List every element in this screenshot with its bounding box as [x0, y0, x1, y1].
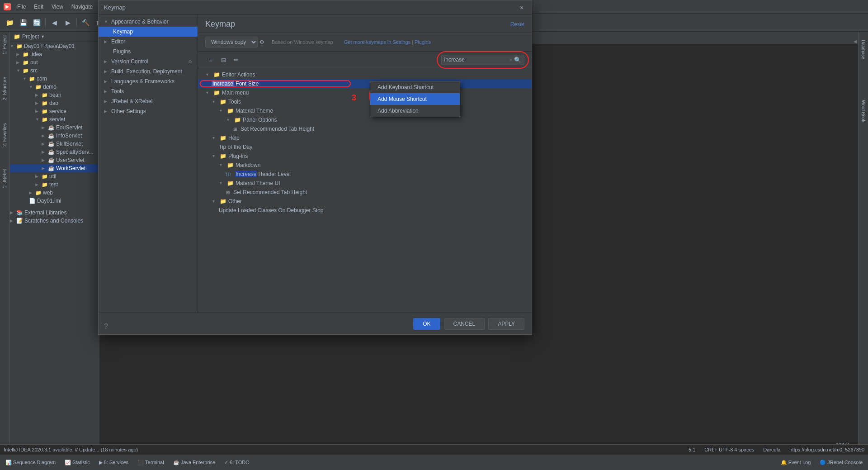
- kt-tip-of-day[interactable]: Tip of the Day: [198, 142, 532, 152]
- wordbook-side-icon[interactable]: Word Book: [860, 98, 867, 124]
- project-side-icon[interactable]: 1: Project: [1, 33, 8, 56]
- kt-help[interactable]: ▼ 📁 Help: [198, 133, 532, 142]
- tree-test[interactable]: ▶ 📁 test: [10, 180, 109, 189]
- menu-file[interactable]: File: [14, 3, 29, 11]
- toolbar-back-btn[interactable]: ◀: [48, 17, 60, 28]
- kt-panel-options[interactable]: ▼ 📁 Panel Options: [198, 115, 532, 124]
- nav-other-settings[interactable]: ▶ Other Settings: [99, 106, 198, 116]
- tree-bean[interactable]: ▶ 📁 bean: [10, 91, 109, 99]
- menu-edit[interactable]: Edit: [30, 3, 47, 11]
- jrebel-side-icon[interactable]: 1: JRebel: [1, 167, 8, 190]
- project-dropdown[interactable]: ▼: [41, 34, 45, 39]
- tree-day01iml[interactable]: ▶ 📄 Day01.iml: [10, 197, 109, 205]
- folder-icon-idea: 📁: [23, 52, 29, 57]
- tree-workservlet[interactable]: ▶ ☕ WorkServlet: [10, 164, 109, 172]
- menu-navigate[interactable]: Navigate: [68, 3, 96, 11]
- ctx-add-mouse[interactable]: Add Mouse Shortcut: [370, 93, 460, 105]
- menu-view[interactable]: View: [48, 3, 67, 11]
- kt-set-tab-height-2[interactable]: ⊞ Set Recommended Tab Height: [198, 188, 532, 197]
- expand-all-btn[interactable]: ≡: [205, 54, 216, 65]
- tree-com[interactable]: ▼ 📁 com: [10, 75, 109, 83]
- nav-keymap[interactable]: Keymap: [99, 27, 198, 37]
- tree-infoservlet[interactable]: ▶ ☕ InfoServlet: [10, 132, 109, 140]
- status-java-enterprise[interactable]: ☕ Java Enterprise: [171, 459, 217, 466]
- ctx-add-keyboard[interactable]: Add Keyboard Shortcut: [370, 81, 460, 93]
- kt-set-tab-height-1[interactable]: ⊞ Set Recommended Tab Height: [198, 124, 532, 133]
- search-submit-btn[interactable]: 🔍: [514, 57, 521, 63]
- status-sequence-diagram[interactable]: 📊 Sequence Diagram: [4, 459, 57, 466]
- tree-scratches[interactable]: ▶ 📝 Scratches and Consoles: [10, 217, 109, 225]
- status-services[interactable]: ▶ 8: Services: [97, 459, 130, 466]
- tree-arrow-src: ▼: [16, 68, 23, 73]
- status-event-log[interactable]: 🔔 Event Log: [779, 459, 813, 466]
- kt-material-theme[interactable]: ▼ 📁 Material Theme: [198, 106, 532, 115]
- toolbar-build-btn[interactable]: 🔨: [80, 17, 91, 28]
- vc-settings-icon[interactable]: ⚙: [188, 59, 192, 64]
- tree-userservlet[interactable]: ▶ ☕ UserServlet: [10, 156, 109, 164]
- tree-external-libraries[interactable]: ▶ 📚 External Libraries: [10, 209, 109, 217]
- tree-skillservlet[interactable]: ▶ ☕ SkillServlet: [10, 140, 109, 148]
- status-jrebel-console[interactable]: 🔵 JRebel Console: [818, 459, 864, 466]
- toolbar-refresh-btn[interactable]: 🔄: [31, 17, 42, 28]
- nav-editor[interactable]: ▶ Editor: [99, 37, 198, 47]
- services-label: 8: Services: [104, 460, 128, 465]
- toolbar-forward-btn[interactable]: ▶: [62, 17, 74, 28]
- kt-markdown[interactable]: ▼ 📁 Markdown: [198, 161, 532, 170]
- nav-lang-label: Languages & Frameworks: [111, 78, 175, 85]
- kt-editor-actions[interactable]: ▼ 📁 Editor Actions: [198, 70, 532, 79]
- kt-plug-ins[interactable]: ▼ 📁 Plug-ins: [198, 152, 532, 161]
- tree-dao[interactable]: ▶ 📁 dao: [10, 99, 109, 107]
- servlet-icon-edu: ☕: [48, 124, 55, 131]
- tree-web[interactable]: ▶ 📁 web: [10, 189, 109, 197]
- tree-demo[interactable]: ▼ 📁 demo: [10, 83, 109, 91]
- tree-idea[interactable]: ▶ 📁 .idea: [10, 50, 109, 58]
- kt-increase-header-level[interactable]: H↑ Increase Header Level: [198, 170, 532, 179]
- search-clear-btn[interactable]: ×: [509, 57, 512, 62]
- kt-tools[interactable]: ▼ 📁 Tools: [198, 97, 532, 106]
- tree-eduservlet[interactable]: ▶ ☕ EduServlet: [10, 123, 109, 132]
- search-input[interactable]: [444, 57, 508, 63]
- tree-src[interactable]: ▼ 📁 src: [10, 66, 109, 75]
- tree-arrow-com: ▼: [23, 76, 29, 81]
- kt-main-menu[interactable]: ▼ 📁 Main menu: [198, 88, 532, 97]
- collapse-all-btn[interactable]: ⊟: [218, 54, 229, 65]
- tree-out[interactable]: ▶ 📁 out: [10, 58, 109, 66]
- ok-button[interactable]: OK: [413, 318, 440, 330]
- tree-service[interactable]: ▶ 📁 service: [10, 107, 109, 115]
- nav-version-control[interactable]: ▶ Version Control ⚙: [99, 57, 198, 66]
- edit-btn[interactable]: ✏: [231, 54, 241, 65]
- nav-plugins[interactable]: Plugins: [99, 47, 198, 57]
- kt-update-loaded[interactable]: Update Loaded Classes On Debugger Stop: [198, 206, 532, 215]
- structure-side-icon[interactable]: 2: Structure: [1, 75, 8, 102]
- status-terminal[interactable]: ⬛ Terminal: [136, 459, 166, 466]
- tree-servlet[interactable]: ▼ 📁 servlet: [10, 115, 109, 123]
- tree-util[interactable]: ▶ 📁 util: [10, 172, 109, 180]
- kt-material-theme-ui[interactable]: ▼ 📁 Material Theme UI: [198, 179, 532, 188]
- tree-root[interactable]: ▼ 📁 Day01 F:\java\Day01: [10, 42, 109, 50]
- nav-appearance[interactable]: ▼ Appearance & Behavior: [99, 17, 198, 27]
- project-header[interactable]: 📁 Project ▼: [10, 32, 109, 42]
- keymap-select-dropdown[interactable]: Windows copy: [205, 37, 258, 47]
- favorites-side-icon[interactable]: 2: Favorites: [1, 121, 8, 148]
- ctx-add-abbreviation[interactable]: Add Abbreviation: [370, 105, 460, 117]
- dialog-close-button[interactable]: ×: [517, 3, 526, 12]
- status-statistic[interactable]: 📈 Statistic: [63, 459, 92, 466]
- keymap-get-more-link[interactable]: Get more keymaps in Settings: [344, 39, 410, 45]
- help-icon-btn[interactable]: ?: [104, 323, 108, 331]
- nav-jrebel[interactable]: ▶ JRebel & XRebel: [99, 96, 198, 106]
- tree-specialtyservlet[interactable]: ▶ ☕ SpecialtyServ...: [10, 148, 109, 156]
- keymap-plugins-link[interactable]: Plugins: [415, 39, 431, 45]
- reset-button[interactable]: Reset: [510, 21, 524, 28]
- apply-button[interactable]: APPLY: [488, 318, 524, 330]
- cancel-button[interactable]: CANCEL: [444, 318, 485, 330]
- keymap-settings-icon[interactable]: ⚙: [259, 39, 264, 45]
- nav-languages[interactable]: ▶ Languages & Frameworks: [99, 76, 198, 86]
- kt-increase-font-size[interactable]: Increase Font Size 2: [198, 79, 532, 88]
- nav-tools[interactable]: ▶ Tools: [99, 86, 198, 96]
- nav-build[interactable]: ▶ Build, Execution, Deployment: [99, 66, 198, 76]
- toolbar-save-btn[interactable]: 💾: [17, 17, 29, 28]
- database-side-icon[interactable]: Database: [860, 38, 867, 61]
- kt-other[interactable]: ▼ 📁 Other: [198, 197, 532, 206]
- toolbar-open-btn[interactable]: 📁: [4, 17, 15, 28]
- status-todo[interactable]: ✓ 6: TODO: [222, 459, 251, 466]
